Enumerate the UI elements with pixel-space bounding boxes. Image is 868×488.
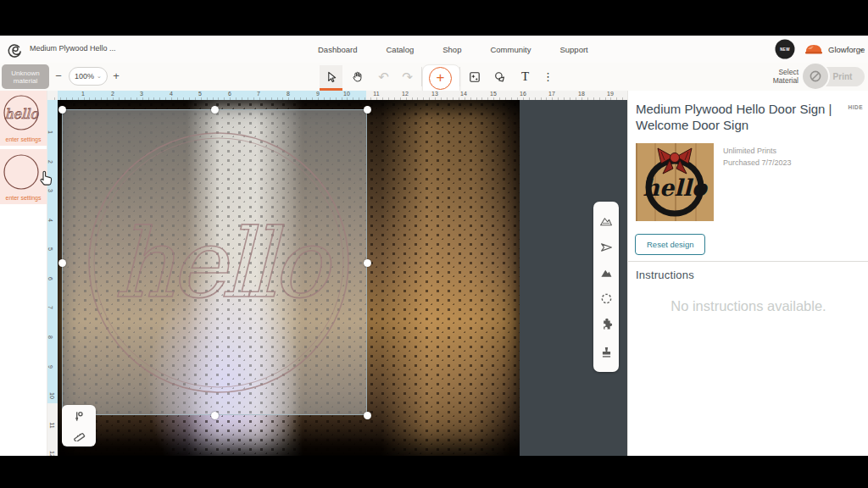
- mouse-pointer-hand: [38, 169, 53, 186]
- workspace-canvas[interactable]: hello: [58, 100, 627, 456]
- enter-settings-link[interactable]: enter settings: [0, 136, 47, 142]
- text-tool-button[interactable]: T: [514, 65, 537, 88]
- design-details-panel: HIDE Medium Plywood Hello Door Sign | We…: [627, 91, 868, 456]
- reset-design-button[interactable]: Reset design: [635, 234, 705, 255]
- hello-design-thumbnail: hello: [0, 92, 42, 135]
- zoom-level-dropdown[interactable]: 100% ⌄: [69, 67, 108, 86]
- measure-icon[interactable]: [73, 429, 86, 441]
- design-step-hello[interactable]: hello enter settings: [0, 91, 47, 146]
- document-title: Medium Plywood Hello ...: [30, 44, 116, 53]
- more-tools-button[interactable]: ⋮: [537, 65, 559, 88]
- instructions-heading: Instructions: [636, 269, 694, 281]
- puzzle-icon[interactable]: [600, 319, 613, 331]
- design-steps-sidebar: hello enter settings enter settings: [0, 91, 47, 456]
- selection-handle-top-middle[interactable]: [211, 106, 219, 114]
- instructions-empty-state: No instructions available.: [628, 298, 868, 314]
- nav-community[interactable]: Community: [490, 45, 531, 54]
- panel-divider: [628, 261, 868, 262]
- pan-tool-button[interactable]: [346, 65, 369, 88]
- ruler-ticks: [47, 91, 627, 100]
- chevron-down-icon: ⌄: [859, 45, 865, 53]
- ruler-horizontal: 1 2 3 4 5 6 7 8 9 10 11 12 13 14 15 16 1…: [47, 91, 627, 100]
- hand-icon: [351, 70, 364, 83]
- add-artwork-button[interactable]: +: [429, 67, 452, 90]
- purchase-date: Purchased 7/7/2023: [723, 157, 792, 169]
- license-text: Unlimited Prints: [723, 145, 792, 157]
- selection-handle-middle-left[interactable]: [58, 259, 66, 267]
- svg-text:hello: hello: [4, 106, 39, 122]
- send-arrow-icon[interactable]: [600, 241, 613, 253]
- cursor-arrow-icon: [325, 70, 338, 84]
- zoom-out-button[interactable]: −: [53, 69, 64, 82]
- redo-button[interactable]: ↷: [396, 65, 419, 88]
- stamp-icon[interactable]: [600, 346, 613, 358]
- selection-handle-middle-right[interactable]: [364, 259, 371, 267]
- selection-handle-top-right[interactable]: [364, 106, 371, 114]
- printer-status-icon[interactable]: [804, 42, 824, 57]
- material-button[interactable]: Unknown material: [2, 64, 49, 89]
- enter-settings-link[interactable]: enter settings: [0, 195, 47, 201]
- app-header: Medium Plywood Hello ... Dashboard Catal…: [0, 36, 868, 64]
- shapes-tool-button[interactable]: [488, 65, 511, 88]
- zoom-in-button[interactable]: +: [110, 69, 122, 82]
- product-photo: hello: [636, 143, 714, 221]
- dashed-circle-icon[interactable]: [600, 292, 613, 305]
- nav-dashboard[interactable]: Dashboard: [318, 45, 357, 54]
- selection-handle-top-left[interactable]: [58, 106, 66, 114]
- nav-shop[interactable]: Shop: [442, 45, 461, 54]
- purchase-info: Unlimited Prints Purchased 7/7/2023: [723, 145, 792, 169]
- selection-handle-bottom-right[interactable]: [364, 412, 371, 419]
- ruler-selection-highlight: [47, 100, 58, 403]
- circle-design-thumbnail: [0, 151, 42, 193]
- select-tool-button[interactable]: [320, 65, 342, 88]
- terrain-icon[interactable]: [599, 215, 613, 227]
- shapes-icon: [493, 70, 507, 84]
- undo-button[interactable]: ↶: [372, 65, 395, 88]
- svg-text:hello: hello: [643, 175, 708, 201]
- mountain-icon[interactable]: [599, 267, 613, 279]
- design-title: Medium Plywood Hello Door Sign | Welcome…: [636, 101, 849, 133]
- canvas-tools-panel: [62, 405, 96, 446]
- nav-support[interactable]: Support: [559, 45, 587, 54]
- selection-box[interactable]: [62, 109, 367, 415]
- chevron-down-icon: ⌄: [97, 73, 102, 80]
- set-focus-icon[interactable]: [73, 410, 86, 423]
- ruler-vertical: 1 2 3 4 5 6 7 8 9 10 11 12: [47, 100, 58, 456]
- image-sparkle-icon: [468, 70, 481, 84]
- glowforge-logo-icon[interactable]: [5, 40, 24, 58]
- whats-new-gear-icon[interactable]: NEW: [776, 41, 793, 58]
- nav-catalog[interactable]: Catalog: [386, 45, 414, 54]
- select-material-label[interactable]: Select Material: [746, 68, 798, 85]
- main-nav: Dashboard Catalog Shop Community Support: [318, 36, 588, 63]
- toolbar-divider: [459, 67, 460, 86]
- selection-handle-bottom-middle[interactable]: [211, 412, 219, 419]
- trace-image-tool-button[interactable]: [463, 65, 486, 88]
- app-screen: Medium Plywood Hello ... Dashboard Catal…: [0, 0, 868, 488]
- edit-toolbar: Unknown material − 100% ⌄ + ↶ ↷: [0, 63, 868, 92]
- hide-panel-button[interactable]: HIDE: [848, 104, 863, 110]
- premium-tools-sidebar: [593, 202, 619, 372]
- zoom-level-value: 100%: [75, 72, 94, 80]
- print-blocked-icon: [803, 64, 828, 89]
